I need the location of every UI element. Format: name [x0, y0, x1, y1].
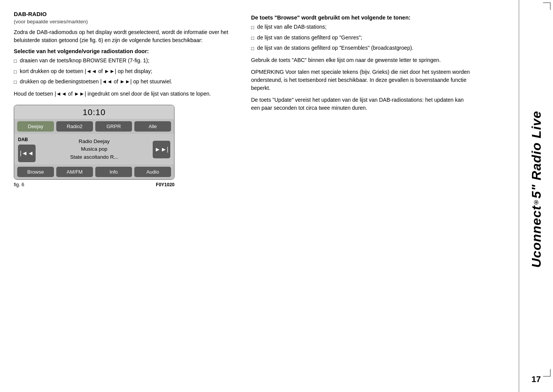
station-info: Radio Deejay Musica pop State ascoltando…: [38, 138, 150, 161]
top-btn-deejay[interactable]: Deejay: [17, 121, 54, 132]
top-btn-alle[interactable]: Alle: [134, 121, 171, 132]
corner-bracket-top: [543, 2, 551, 10]
bottom-btn-amfm[interactable]: AM/FM: [56, 167, 93, 177]
page-number: 17: [532, 374, 541, 384]
browse-list-item-1: □ de lijst van alle DAB-stations;: [251, 23, 473, 31]
left-column: DAB-RADIO (voor bepaalde versies/markten…: [14, 11, 236, 384]
display-time: 10:10: [14, 105, 174, 119]
checkbox-icon-3: □: [14, 78, 17, 86]
bottom-btn-info[interactable]: Info: [95, 167, 132, 177]
station-state: State ascoltando R...: [70, 153, 118, 161]
list-item: □ drukken op de bedieningstoetsen |◄◄ of…: [14, 78, 236, 86]
fig-label: fig. 6: [14, 182, 24, 187]
right-column: De toets "Browse" wordt gebruikt om het …: [251, 11, 473, 384]
list-item: □ draaien van de toets/knop BROWSE ENTER…: [14, 57, 236, 65]
bottom-btn-audio[interactable]: Audio: [134, 167, 171, 177]
figure-caption-row: fig. 6 F0Y1020: [14, 182, 175, 187]
bottom-btn-browse[interactable]: Browse: [17, 167, 54, 177]
abc-text: Gebruik de toets "ABC" binnen elke lijst…: [251, 56, 473, 64]
browse-text-3: de lijst van de stations gefilterd op "E…: [257, 44, 413, 52]
list-text-2: kort drukken op de toetsen |◄◄ of ►►| op…: [20, 67, 152, 75]
figure-container: 10:10 Deejay Radio2 GRPR Alle DAB |◄◄: [14, 105, 236, 187]
browse-list-item-2: □ de lijst van de stations gefilterd op …: [251, 34, 473, 42]
dab-label: DAB: [18, 137, 28, 142]
browse-text-2: de lijst van de stations gefilterd op "G…: [257, 34, 362, 42]
checkbox-icon-5: □: [251, 34, 254, 42]
checkbox-icon-6: □: [251, 45, 254, 52]
bottom-buttons-row: Browse AM/FM Info Audio: [14, 164, 174, 179]
list-text-1: draaien van de toets/knop BROWSE ENTER (…: [20, 57, 149, 65]
two-columns: DAB-RADIO (voor bepaalde versies/markten…: [14, 11, 507, 384]
station-name: Radio Deejay: [78, 138, 109, 145]
top-btn-radio2[interactable]: Radio2: [56, 121, 93, 132]
intro-text: Zodra de DAB-radiomodus op het display w…: [14, 28, 236, 44]
browse-heading: De toets "Browse" wordt gebruikt om het …: [251, 15, 473, 21]
selectie-heading: Selectie van het volgende/vorige radiost…: [14, 48, 236, 54]
dab-radio-title: DAB-RADIO: [14, 11, 236, 17]
next-button[interactable]: ►►|: [153, 141, 170, 158]
browse-text-1: de lijst van alle DAB-stations;: [257, 23, 326, 31]
top-buttons-row: Deejay Radio2 GRPR Alle: [14, 119, 174, 134]
hold-text: Houd de toetsen |◄◄ of ►►| ingedrukt om …: [14, 90, 236, 98]
station-genre: Musica pop: [81, 145, 107, 153]
fig-code: F0Y1020: [156, 182, 175, 187]
list-item: □ kort drukken op de toetsen |◄◄ of ►►| …: [14, 67, 236, 76]
update-text: De toets "Update" vereist het updaten va…: [251, 96, 473, 112]
list-text-3: drukken op de bedieningstoetsen |◄◄ of ►…: [20, 78, 172, 86]
main-content: DAB-RADIO (voor bepaalde versies/markten…: [0, 0, 519, 392]
checkbox-icon-1: □: [14, 57, 17, 65]
top-btn-grpr[interactable]: GRPR: [95, 121, 132, 132]
prev-button[interactable]: |◄◄: [18, 145, 36, 162]
right-sidebar: Uconnect® 5" Radio Live 17: [519, 0, 553, 392]
checkbox-icon-4: □: [251, 24, 254, 31]
display-main-area: DAB |◄◄ Radio Deejay Musica pop State as…: [14, 134, 174, 164]
opmerking-text: OPMERKING Voor talen met speciale tekens…: [251, 68, 473, 92]
browse-list-item-3: □ de lijst van de stations gefilterd op …: [251, 44, 473, 52]
checkbox-icon-2: □: [14, 68, 17, 76]
corner-bracket-bottom: [543, 369, 551, 377]
display-screen: 10:10 Deejay Radio2 GRPR Alle DAB |◄◄: [14, 105, 175, 180]
dab-radio-subtitle: (voor bepaalde versies/markten): [14, 19, 236, 24]
brand-label: Uconnect® 5" Radio Live: [529, 4, 544, 374]
